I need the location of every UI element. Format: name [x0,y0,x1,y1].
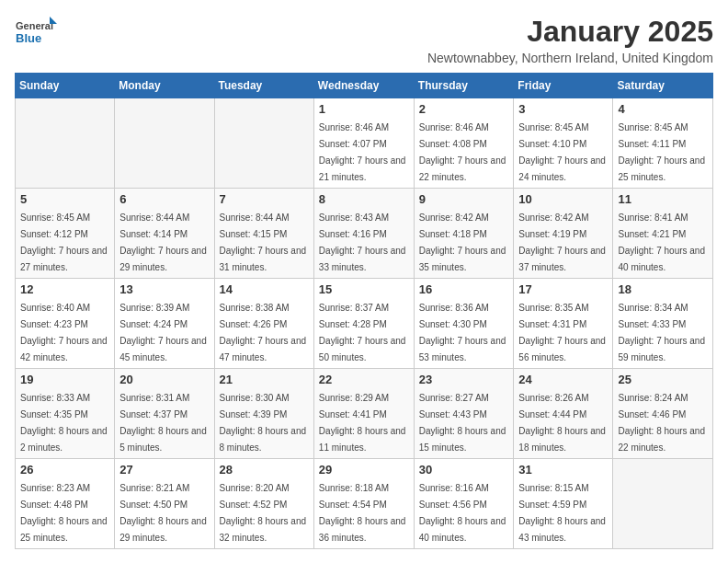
day-number: 24 [518,373,608,386]
day-info: Sunrise: 8:40 AMSunset: 4:23 PMDaylight:… [20,303,108,362]
day-info: Sunrise: 8:31 AMSunset: 4:37 PMDaylight:… [119,393,207,453]
calendar-cell-w1-d6: 3 Sunrise: 8:45 AMSunset: 4:10 PMDayligh… [514,98,613,189]
day-info: Sunrise: 8:41 AMSunset: 4:21 PMDaylight:… [618,213,705,272]
calendar-cell-w1-d4: 1 Sunrise: 8:46 AMSunset: 4:07 PMDayligh… [313,98,414,189]
day-number: 20 [119,373,209,386]
day-info: Sunrise: 8:45 AMSunset: 4:10 PMDaylight:… [518,122,606,182]
day-info: Sunrise: 8:42 AMSunset: 4:18 PMDaylight:… [419,213,506,272]
calendar-cell-w3-d7: 18 Sunrise: 8:34 AMSunset: 4:33 PMDaylig… [613,279,713,369]
day-info: Sunrise: 8:43 AMSunset: 4:16 PMDaylight:… [319,213,406,272]
logo: General Blue [15,15,61,52]
header-wednesday: Wednesday [313,74,414,98]
calendar-cell-w1-d5: 2 Sunrise: 8:46 AMSunset: 4:08 PMDayligh… [414,98,514,189]
day-info: Sunrise: 8:27 AMSunset: 4:43 PMDaylight:… [419,393,506,453]
day-number: 25 [618,373,708,386]
header-thursday: Thursday [414,74,514,98]
day-number: 14 [220,282,309,296]
day-info: Sunrise: 8:34 AMSunset: 4:33 PMDaylight:… [618,303,705,362]
calendar-cell-w3-d1: 12 Sunrise: 8:40 AMSunset: 4:23 PMDaylig… [16,279,115,369]
day-number: 7 [220,192,309,206]
calendar-cell-w1-d1 [16,98,115,189]
header-sunday: Sunday [16,74,115,98]
day-number: 1 [319,102,409,116]
calendar-cell-w4-d2: 20 Sunrise: 8:31 AMSunset: 4:37 PMDaylig… [115,369,214,459]
day-info: Sunrise: 8:38 AMSunset: 4:26 PMDaylight:… [220,303,307,362]
day-info: Sunrise: 8:36 AMSunset: 4:30 PMDaylight:… [419,303,506,362]
header-friday: Friday [514,74,613,98]
day-info: Sunrise: 8:35 AMSunset: 4:31 PMDaylight:… [518,303,606,362]
calendar-cell-w4-d1: 19 Sunrise: 8:33 AMSunset: 4:35 PMDaylig… [16,369,115,459]
calendar-cell-w2-d2: 6 Sunrise: 8:44 AMSunset: 4:14 PMDayligh… [115,189,214,279]
day-info: Sunrise: 8:15 AMSunset: 4:59 PMDaylight:… [518,483,606,543]
day-number: 15 [319,282,409,296]
day-info: Sunrise: 8:18 AMSunset: 4:54 PMDaylight:… [319,483,406,543]
day-info: Sunrise: 8:33 AMSunset: 4:35 PMDaylight:… [20,393,108,453]
svg-marker-1 [50,17,57,24]
calendar-cell-w5-d5: 30 Sunrise: 8:16 AMSunset: 4:56 PMDaylig… [414,459,514,549]
svg-text:General: General [16,20,53,31]
day-info: Sunrise: 8:39 AMSunset: 4:24 PMDaylight:… [119,303,207,362]
month-title: January 2025 [427,15,713,49]
day-info: Sunrise: 8:24 AMSunset: 4:46 PMDaylight:… [618,393,705,453]
day-number: 21 [220,373,309,386]
day-info: Sunrise: 8:46 AMSunset: 4:08 PMDaylight:… [419,122,506,182]
header: General Blue January 2025 Newtownabbey, … [15,15,713,65]
header-saturday: Saturday [613,74,713,98]
day-number: 22 [319,373,409,386]
calendar-cell-w5-d4: 29 Sunrise: 8:18 AMSunset: 4:54 PMDaylig… [313,459,414,549]
calendar-cell-w4-d6: 24 Sunrise: 8:26 AMSunset: 4:44 PMDaylig… [514,369,613,459]
day-info: Sunrise: 8:44 AMSunset: 4:15 PMDaylight:… [220,213,307,272]
day-number: 30 [419,463,509,477]
calendar-table: Sunday Monday Tuesday Wednesday Thursday… [15,73,713,549]
day-number: 6 [119,192,209,206]
calendar-cell-w4-d7: 25 Sunrise: 8:24 AMSunset: 4:46 PMDaylig… [613,369,713,459]
day-number: 3 [518,102,608,116]
day-number: 2 [419,102,509,116]
calendar-cell-w3-d5: 16 Sunrise: 8:36 AMSunset: 4:30 PMDaylig… [414,279,514,369]
day-info: Sunrise: 8:30 AMSunset: 4:39 PMDaylight:… [220,393,307,453]
calendar-week-1: 1 Sunrise: 8:46 AMSunset: 4:07 PMDayligh… [16,98,713,189]
day-info: Sunrise: 8:45 AMSunset: 4:11 PMDaylight:… [618,122,705,182]
day-number: 12 [20,282,109,296]
day-number: 13 [119,282,209,296]
svg-text:Blue: Blue [16,31,41,45]
day-info: Sunrise: 8:20 AMSunset: 4:52 PMDaylight:… [220,483,307,543]
calendar-cell-w5-d6: 31 Sunrise: 8:15 AMSunset: 4:59 PMDaylig… [514,459,613,549]
day-info: Sunrise: 8:21 AMSunset: 4:50 PMDaylight:… [119,483,207,543]
day-info: Sunrise: 8:42 AMSunset: 4:19 PMDaylight:… [518,213,606,272]
calendar-cell-w3-d2: 13 Sunrise: 8:39 AMSunset: 4:24 PMDaylig… [115,279,214,369]
title-area: January 2025 Newtownabbey, Northern Irel… [427,15,713,65]
calendar-cell-w2-d3: 7 Sunrise: 8:44 AMSunset: 4:15 PMDayligh… [214,189,313,279]
day-info: Sunrise: 8:45 AMSunset: 4:12 PMDaylight:… [20,213,108,272]
calendar-week-3: 12 Sunrise: 8:40 AMSunset: 4:23 PMDaylig… [16,279,713,369]
day-number: 31 [518,463,608,477]
logo-svg: General Blue [15,15,61,52]
header-tuesday: Tuesday [214,74,313,98]
day-number: 17 [518,282,608,296]
day-number: 18 [618,282,708,296]
day-number: 23 [419,373,509,386]
day-number: 4 [618,102,708,116]
calendar-cell-w5-d2: 27 Sunrise: 8:21 AMSunset: 4:50 PMDaylig… [115,459,214,549]
calendar-week-2: 5 Sunrise: 8:45 AMSunset: 4:12 PMDayligh… [16,189,713,279]
calendar-week-4: 19 Sunrise: 8:33 AMSunset: 4:35 PMDaylig… [16,369,713,459]
header-monday: Monday [115,74,214,98]
day-info: Sunrise: 8:23 AMSunset: 4:48 PMDaylight:… [20,483,108,543]
day-info: Sunrise: 8:46 AMSunset: 4:07 PMDaylight:… [319,122,406,182]
day-number: 16 [419,282,509,296]
calendar-cell-w5-d7 [613,459,713,549]
calendar-header-row: Sunday Monday Tuesday Wednesday Thursday… [16,74,713,98]
day-number: 9 [419,192,509,206]
calendar-cell-w4-d3: 21 Sunrise: 8:30 AMSunset: 4:39 PMDaylig… [214,369,313,459]
day-number: 10 [518,192,608,206]
day-number: 26 [20,463,109,477]
calendar-cell-w1-d3 [214,98,313,189]
day-info: Sunrise: 8:44 AMSunset: 4:14 PMDaylight:… [119,213,207,272]
calendar-cell-w2-d7: 11 Sunrise: 8:41 AMSunset: 4:21 PMDaylig… [613,189,713,279]
calendar-cell-w4-d5: 23 Sunrise: 8:27 AMSunset: 4:43 PMDaylig… [414,369,514,459]
location-subtitle: Newtownabbey, Northern Ireland, United K… [427,51,713,65]
calendar-week-5: 26 Sunrise: 8:23 AMSunset: 4:48 PMDaylig… [16,459,713,549]
calendar-cell-w2-d4: 8 Sunrise: 8:43 AMSunset: 4:16 PMDayligh… [313,189,414,279]
day-info: Sunrise: 8:26 AMSunset: 4:44 PMDaylight:… [518,393,606,453]
calendar-cell-w1-d7: 4 Sunrise: 8:45 AMSunset: 4:11 PMDayligh… [613,98,713,189]
